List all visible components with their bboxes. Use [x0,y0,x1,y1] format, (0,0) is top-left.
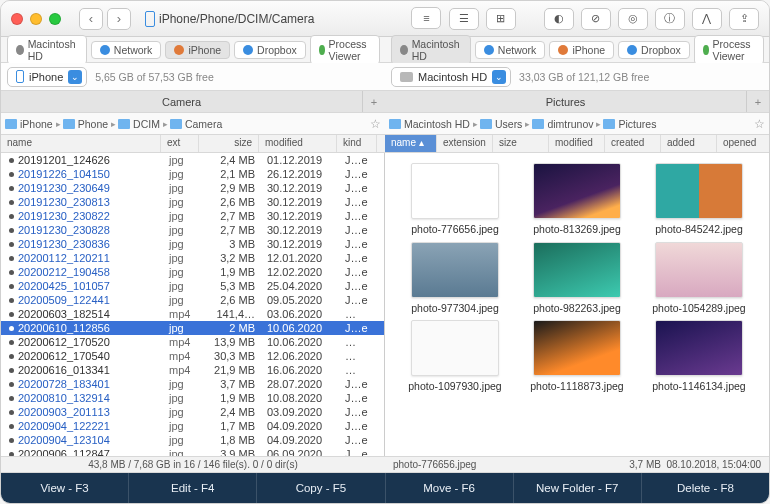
file-row[interactable]: 20191230_230828jpg2,7 MB30.12.2019J…e [1,223,384,237]
col-size[interactable]: size [199,135,259,152]
col-added[interactable]: added [661,135,717,152]
file-row[interactable]: 20191230_230822jpg2,7 MB30.12.2019J…e [1,209,384,223]
breadcrumb-item[interactable]: DCIM ▸ [118,118,168,130]
file-row[interactable]: 20191226_104150jpg2,1 MB26.12.2019J…e [1,167,384,181]
zoom-icon[interactable] [49,13,61,25]
breadcrumb-item[interactable]: Camera [170,118,222,130]
file-row[interactable]: 20200728_183401jpg3,7 MB28.07.2020J…e [1,377,384,391]
file-row[interactable]: 20191230_230649jpg2,9 MB30.12.2019J…e [1,181,384,195]
grid-item[interactable]: photo-977304.jpeg [399,242,511,315]
tab-left[interactable]: Camera [1,91,363,112]
new-tab-right[interactable]: + [747,91,769,112]
favorite-iphone[interactable]: iPhone [549,41,614,59]
file-row[interactable]: 20200616_013341mp421,9 MB16.06.2020… [1,363,384,377]
file-bullet-icon [9,452,14,457]
file-row[interactable]: 20200906_112847jpg3,9 MB06.09.2020J…e [1,447,384,456]
file-ext: jpg [163,406,201,418]
close-icon[interactable] [11,13,23,25]
file-row[interactable]: 20191201_124626jpg2,4 MB01.12.2019J…e [1,153,384,167]
col-name[interactable]: name ▴ [385,135,437,152]
file-row[interactable]: 20200509_122441jpg2,6 MB09.05.2020J…e [1,293,384,307]
col-size[interactable]: size [493,135,549,152]
footer-button[interactable]: Copy - F5 [257,473,385,503]
airdrop-button[interactable]: ⋀ [692,8,722,30]
file-size: 1,7 MB [201,420,261,432]
file-list[interactable]: 20191201_124626jpg2,4 MB01.12.2019J…e201… [1,153,384,456]
file-row[interactable]: 20200810_132914jpg1,9 MB10.08.2020J…e [1,391,384,405]
file-row[interactable]: 20200904_123104jpg1,8 MB04.09.2020J…e [1,433,384,447]
file-row[interactable]: 20191230_230813jpg2,6 MB30.12.2019J…e [1,195,384,209]
favorite-macintosh-hd[interactable]: Macintosh HD [7,35,87,65]
view-icons-button[interactable]: ⊞ [486,8,516,30]
grid-item-label: photo-1097930.jpeg [405,380,505,393]
file-row[interactable]: 20191230_230836jpg3 MB30.12.2019J…e [1,237,384,251]
new-tab-left[interactable]: + [363,91,385,112]
grid-item[interactable]: photo-1118873.jpeg [521,320,633,393]
file-row[interactable]: 20200425_101057jpg5,3 MB25.04.2020J…e [1,279,384,293]
footer-button[interactable]: Edit - F4 [129,473,257,503]
view-list-button[interactable]: ≡ [411,7,441,29]
quicklook-button[interactable]: ◎ [618,8,648,30]
favorite-label: Dropbox [257,44,297,56]
col-extension[interactable]: extension [437,135,493,152]
share-button[interactable]: ⇪ [729,8,759,30]
col-modified[interactable]: modified [259,135,337,152]
grid-item[interactable]: photo-845242.jpeg [643,163,755,236]
footer-button[interactable]: View - F3 [1,473,129,503]
grid-item[interactable]: photo-1097930.jpeg [399,320,511,393]
col-modified[interactable]: modified [549,135,605,152]
drive-selector-left[interactable]: iPhone ⌄ [7,67,87,87]
favorite-process-viewer[interactable]: Process Viewer [310,35,380,65]
file-kind: … [339,364,379,376]
info-button[interactable]: ⓘ [655,8,685,30]
file-row[interactable]: 20200903_201113jpg2,4 MB03.09.2020J…e [1,405,384,419]
favorite-dropbox[interactable]: Dropbox [234,41,306,59]
col-ext[interactable]: ext [161,135,199,152]
file-row[interactable]: 20200612_170520mp413,9 MB10.06.2020… [1,335,384,349]
view-columns-button[interactable]: ☰ [449,8,479,30]
breadcrumb-item[interactable]: Phone ▸ [63,118,116,130]
file-row[interactable]: 20200112_120211jpg3,2 MB12.01.2020J…e [1,251,384,265]
file-row[interactable]: 20200610_112856jpg2 MB10.06.2020J…e [1,321,384,335]
file-row[interactable]: 20200612_170540mp430,3 MB12.06.2020… [1,349,384,363]
file-row[interactable]: 20200603_182514mp4141,4…03.06.2020… [1,307,384,321]
grid-item[interactable]: photo-982263.jpeg [521,242,633,315]
drive-selector-right[interactable]: Macintosh HD ⌄ [391,67,511,87]
breadcrumb-item[interactable]: Pictures [603,118,656,130]
file-kind: J…e [339,280,379,292]
file-row[interactable]: 20200904_122221jpg1,7 MB04.09.2020J…e [1,419,384,433]
grid-item[interactable]: photo-1146134.jpeg [643,320,755,393]
favorite-star-icon[interactable]: ☆ [754,117,765,131]
minimize-icon[interactable] [30,13,42,25]
file-row[interactable]: 20200212_190458jpg1,9 MB12.02.2020J…e [1,265,384,279]
favorite-process-viewer[interactable]: Process Viewer [694,35,764,65]
breadcrumb-item[interactable]: Macintosh HD ▸ [389,118,478,130]
grid-item[interactable]: photo-813269.jpeg [521,163,633,236]
file-bullet-icon [9,424,14,429]
footer-button[interactable]: Move - F6 [386,473,514,503]
back-button[interactable]: ‹ [79,8,103,30]
favorite-macintosh-hd[interactable]: Macintosh HD [391,35,471,65]
favorite-dropbox[interactable]: Dropbox [618,41,690,59]
favorite-network[interactable]: Network [91,41,162,59]
favorite-iphone[interactable]: iPhone [165,41,230,59]
icon-grid[interactable]: photo-776656.jpegphoto-813269.jpegphoto-… [385,153,769,403]
toggle-button[interactable]: ◐ [544,8,574,30]
favorite-star-icon[interactable]: ☆ [370,117,381,131]
col-created[interactable]: created [605,135,661,152]
col-kind[interactable]: kind [337,135,377,152]
grid-item[interactable]: photo-776656.jpeg [399,163,511,236]
hidden-files-button[interactable]: ⊘ [581,8,611,30]
breadcrumb-item[interactable]: iPhone ▸ [5,118,61,130]
forward-button[interactable]: › [107,8,131,30]
breadcrumb-item[interactable]: Users ▸ [480,118,530,130]
col-name[interactable]: name [1,135,161,152]
favorite-network[interactable]: Network [475,41,546,59]
col-opened[interactable]: opened [717,135,770,152]
footer-button[interactable]: Delete - F8 [642,473,769,503]
breadcrumb-item[interactable]: dimtrunov ▸ [532,118,601,130]
file-modified: 28.07.2020 [261,378,339,390]
footer-button[interactable]: New Folder - F7 [514,473,642,503]
grid-item[interactable]: photo-1054289.jpeg [643,242,755,315]
tab-right[interactable]: Pictures [385,91,747,112]
